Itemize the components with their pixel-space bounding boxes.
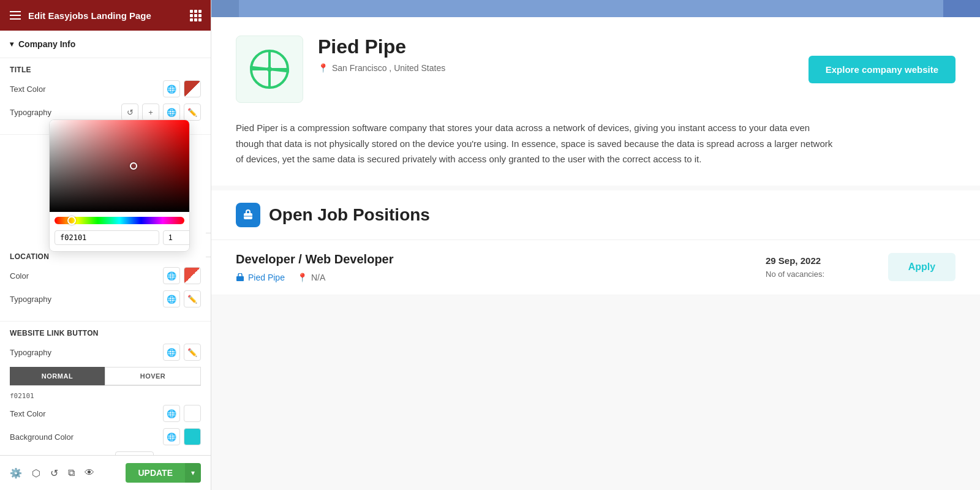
loc-typography-global-btn[interactable]: 🌐 bbox=[163, 290, 180, 307]
apply-button[interactable]: Apply bbox=[888, 253, 956, 281]
border-type-select-wrapper: None Solid Dashed Dotted bbox=[115, 451, 201, 455]
title-label: Title bbox=[10, 66, 201, 74]
text-color-global-btn[interactable]: 🌐 bbox=[163, 80, 180, 97]
main-content: Pied Pipe 📍 San Francisco , United State… bbox=[211, 0, 980, 490]
sidebar-footer: ⚙️ ⬡ ↺ ⧉ 👁 UPDATE ▾ bbox=[0, 455, 211, 490]
settings-icon[interactable]: ⚙️ bbox=[10, 467, 22, 479]
text-color-swatch[interactable] bbox=[184, 80, 201, 97]
color-value-row: f02101 bbox=[10, 391, 201, 405]
typography-row: Typography ↺ + 🌐 ✏️ bbox=[10, 104, 201, 121]
web-text-color-global-btn[interactable]: 🌐 bbox=[163, 405, 180, 422]
color-spectrum-handle[interactable] bbox=[130, 162, 137, 170]
web-bg-global-btn[interactable]: 🌐 bbox=[163, 428, 180, 445]
update-dropdown-btn[interactable]: ▾ bbox=[185, 463, 201, 483]
company-description: Pied Piper is a compression software com… bbox=[236, 120, 836, 167]
company-location: 📍 San Francisco , United States bbox=[318, 63, 794, 73]
job-date: 29 Sep, 2022 bbox=[766, 255, 888, 266]
website-bg-color-controls: 🌐 bbox=[163, 428, 201, 445]
job-card-right: 29 Sep, 2022 No of vacancies: bbox=[766, 255, 888, 279]
company-logo-svg bbox=[248, 48, 291, 91]
top-bar bbox=[211, 0, 980, 17]
color-hue-slider[interactable] bbox=[55, 217, 184, 224]
company-section: Pied Pipe 📍 San Francisco , United State… bbox=[211, 17, 980, 186]
location-typography-row: Typography 🌐 ✏️ bbox=[10, 290, 201, 307]
footer-icons: ⚙️ ⬡ ↺ ⧉ 👁 bbox=[10, 467, 94, 479]
typography-edit-btn[interactable]: ✏️ bbox=[184, 104, 201, 121]
text-color-controls: 🌐 bbox=[163, 80, 201, 97]
job-company-name: Pied Pipe bbox=[248, 273, 285, 282]
color-opacity-input[interactable] bbox=[163, 230, 190, 245]
job-company-icon bbox=[236, 273, 244, 282]
update-btn-group: UPDATE ▾ bbox=[126, 463, 201, 483]
grid-icon[interactable] bbox=[190, 10, 201, 21]
web-bg-color-swatch[interactable] bbox=[184, 428, 201, 445]
website-text-color-controls: 🌐 bbox=[163, 405, 201, 422]
location-color-controls: 🌐 bbox=[163, 267, 201, 284]
color-hue-handle[interactable] bbox=[67, 216, 76, 225]
hover-tab[interactable]: HOVER bbox=[105, 367, 201, 385]
location-color-swatch[interactable] bbox=[184, 267, 201, 284]
color-picker-overlay bbox=[49, 119, 190, 252]
job-title: Developer / Web Developer bbox=[236, 252, 766, 266]
typography-controls: ↺ + 🌐 ✏️ bbox=[121, 104, 201, 121]
eye-icon[interactable]: 👁 bbox=[85, 467, 94, 479]
color-spectrum[interactable] bbox=[50, 120, 189, 212]
explore-company-website-button[interactable]: Explore company website bbox=[809, 56, 956, 83]
web-typography-edit-btn[interactable]: ✏️ bbox=[184, 344, 201, 361]
company-name: Pied Pipe bbox=[318, 36, 794, 58]
text-color-label: Text Color bbox=[10, 85, 46, 94]
layers-icon[interactable]: ⬡ bbox=[32, 467, 40, 479]
website-typography-row: Typography 🌐 ✏️ bbox=[10, 344, 201, 361]
website-link-label: Website Link Button bbox=[10, 329, 201, 337]
sidebar-header: Edit Easyjobs Landing Page bbox=[0, 0, 211, 31]
typography-add-btn[interactable]: + bbox=[142, 104, 159, 121]
location-color-global-btn[interactable]: 🌐 bbox=[163, 267, 180, 284]
sidebar-collapse-handle[interactable]: ‹ bbox=[206, 233, 211, 257]
job-card-left: Developer / Web Developer Pied Pipe 📍 N/… bbox=[236, 252, 766, 282]
web-text-color-swatch[interactable] bbox=[184, 405, 201, 422]
section-label: Company Info bbox=[18, 39, 75, 49]
briefcase-icon bbox=[242, 209, 254, 221]
sidebar-header-left: Edit Easyjobs Landing Page bbox=[10, 10, 151, 21]
company-info-right: Pied Pipe 📍 San Francisco , United State… bbox=[318, 36, 794, 73]
jobs-header: Open Job Positions bbox=[211, 190, 980, 240]
text-color-row: Text Color 🌐 bbox=[10, 80, 201, 97]
job-vacancies: No of vacancies: bbox=[766, 270, 888, 279]
company-location-text: San Francisco , United States bbox=[332, 63, 445, 73]
job-location-meta: 📍 N/A bbox=[297, 273, 325, 282]
job-location-text: N/A bbox=[311, 273, 325, 282]
website-typography-label: Typography bbox=[10, 348, 51, 357]
location-label: Location bbox=[10, 252, 201, 261]
svg-rect-7 bbox=[236, 276, 244, 281]
company-info-section-header[interactable]: ▾ Company Info bbox=[0, 31, 211, 58]
location-subsection: Location Color 🌐 Typography 🌐 ✏️ bbox=[0, 245, 211, 322]
sidebar-content: ▾ Company Info Title Text Color 🌐 Typogr… bbox=[0, 31, 211, 455]
location-color-row: Color 🌐 bbox=[10, 267, 201, 284]
top-bar-tab bbox=[211, 0, 239, 17]
web-typography-global-btn[interactable]: 🌐 bbox=[163, 344, 180, 361]
update-button[interactable]: UPDATE bbox=[126, 463, 185, 483]
history-icon[interactable]: ↺ bbox=[50, 467, 58, 479]
website-bg-color-label: Background Color bbox=[10, 432, 74, 442]
company-header: Pied Pipe 📍 San Francisco , United State… bbox=[236, 36, 956, 103]
job-meta: Pied Pipe 📍 N/A bbox=[236, 273, 766, 282]
color-hex-input[interactable] bbox=[55, 230, 159, 245]
typography-global-btn[interactable]: 🌐 bbox=[163, 104, 180, 121]
hamburger-icon[interactable] bbox=[10, 11, 21, 20]
typography-refresh-btn[interactable]: ↺ bbox=[121, 104, 138, 121]
location-color-label: Color bbox=[10, 271, 29, 281]
section-arrow-icon: ▾ bbox=[10, 40, 13, 48]
normal-hover-tabs: NORMAL HOVER bbox=[10, 367, 201, 386]
color-value-text: f02101 bbox=[10, 392, 34, 400]
jobs-title: Open Job Positions bbox=[269, 205, 430, 225]
typography-label: Typography bbox=[10, 108, 51, 117]
company-logo bbox=[236, 36, 303, 103]
copy-icon[interactable]: ⧉ bbox=[68, 467, 75, 479]
job-company: Pied Pipe bbox=[236, 273, 285, 282]
border-type-select[interactable]: None Solid Dashed Dotted bbox=[115, 451, 154, 455]
loc-typography-edit-btn[interactable]: ✏️ bbox=[184, 290, 201, 307]
website-text-color-label: Text Color bbox=[10, 409, 46, 418]
jobs-icon bbox=[236, 203, 260, 227]
location-pin-icon: 📍 bbox=[318, 63, 328, 73]
normal-tab[interactable]: NORMAL bbox=[10, 367, 105, 385]
